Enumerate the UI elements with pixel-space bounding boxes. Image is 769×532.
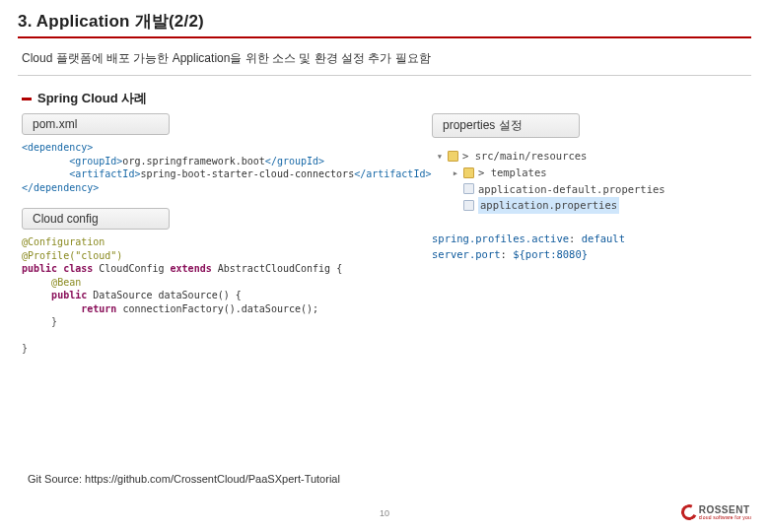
properties-line: spring.profiles.active: default [432, 232, 747, 247]
pom-code-block: <dependency> <groupId>org.springframewor… [22, 141, 377, 194]
java-keyword: return [81, 303, 116, 314]
section-heading: Spring Cloud 사례 [22, 90, 751, 107]
java-annotation: @Bean [51, 277, 81, 288]
folder-icon [463, 167, 474, 178]
xml-tag: <dependency> [22, 142, 93, 153]
tree-file-name: application-default.properties [478, 181, 665, 198]
java-method: dataSource() { [159, 290, 242, 300]
tree-path: src/main/resources [475, 150, 588, 162]
java-keyword: class [63, 263, 93, 274]
java-class: AbstractCloudConfig { [218, 263, 342, 274]
java-keyword: public [22, 263, 57, 274]
prop-key: spring.profiles.active [432, 233, 569, 244]
description-text: Cloud 플랫폼에 배포 가능한 Application을 위한 소스 및 환… [22, 50, 751, 67]
java-type: DataSource [93, 290, 152, 300]
tree-folder-name: templates [491, 166, 547, 178]
prop-value: ${port:8080} [513, 248, 588, 260]
tree-row-templates: ▸ > templates [436, 165, 747, 181]
brand-tagline: cloud software for you [699, 514, 751, 520]
git-source-link: Git Source: https://github.com/CrossentC… [28, 473, 340, 485]
java-keyword: public [51, 290, 87, 300]
java-brace: } [51, 316, 57, 327]
right-column: properties 설정 ▾ > src/main/resources ▸ >… [432, 113, 747, 263]
brand-text-wrap: ROSSENT cloud software for you [699, 504, 751, 520]
file-icon [463, 200, 474, 211]
xml-tag: <groupId> [69, 156, 122, 166]
xml-text: spring-boot-starter-cloud-connectors [140, 168, 354, 179]
section-title: Spring Cloud 사례 [37, 90, 147, 107]
java-brace: } [22, 343, 28, 354]
resource-tree: ▾ > src/main/resources ▸ > templates app… [436, 148, 747, 214]
java-class: CloudConfig [99, 263, 164, 274]
brand-mark-icon [678, 502, 699, 523]
file-icon [463, 183, 474, 194]
tree-row-root: ▾ > src/main/resources [436, 148, 747, 165]
properties-code-block: spring.profiles.active: default server.p… [432, 232, 747, 263]
prop-key: server.port [432, 248, 501, 260]
caret-down-icon: ▾ [436, 148, 444, 165]
java-annotation: @Configuration [22, 236, 105, 247]
java-annotation: @Profile("cloud") [22, 250, 122, 261]
folder-icon [448, 151, 458, 162]
label-cloud-config: Cloud config [22, 208, 170, 230]
brand-logo: ROSSENT cloud software for you [681, 504, 751, 520]
properties-line: server.port: ${port:8080} [432, 247, 747, 263]
tree-label: > templates [478, 165, 547, 181]
xml-tag: <artifactId> [69, 168, 140, 179]
xml-tag: </dependency> [22, 182, 99, 193]
left-column: pom.xml <dependency> <groupId>org.spring… [22, 113, 377, 369]
xml-tag: </artifactId> [354, 168, 431, 179]
xml-text: org.springframework.boot [122, 156, 265, 166]
tree-row-app-default: application-default.properties [436, 181, 747, 198]
tree-file-name-selected: application.properties [478, 197, 619, 214]
prop-value: default [582, 233, 625, 244]
label-properties: properties 설정 [432, 113, 580, 138]
description-row: Cloud 플랫폼에 배포 가능한 Application을 위한 소스 및 환… [18, 46, 751, 76]
tree-label: > src/main/resources [462, 148, 587, 165]
slide-page: 3. Application 개발(2/2) Cloud 플랫폼에 배포 가능한… [0, 0, 769, 532]
cloud-config-code-block: @Configuration @Profile("cloud") public … [22, 235, 377, 356]
tree-row-app-props: application.properties [436, 197, 747, 214]
xml-tag: </groupId> [265, 156, 324, 166]
section-mark-icon [22, 98, 32, 100]
page-title: 3. Application 개발(2/2) [18, 10, 751, 33]
page-number: 10 [380, 508, 389, 518]
java-keyword: extends [171, 263, 212, 274]
title-bar: 3. Application 개발(2/2) [18, 10, 751, 38]
label-pom: pom.xml [22, 113, 170, 135]
java-expression: connectionFactory().dataSource(); [122, 303, 318, 314]
caret-right-icon: ▸ [452, 165, 459, 181]
